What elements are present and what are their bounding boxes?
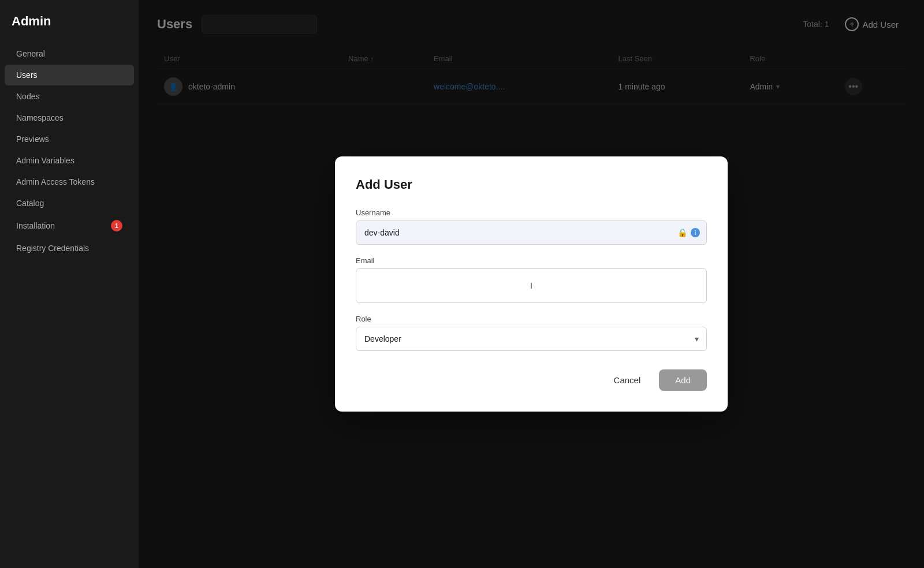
email-input[interactable] [356,268,707,303]
username-group: Username 🔒 i [356,208,707,245]
sidebar-item-label: Installation [16,221,55,230]
info-icon: i [691,228,700,237]
sidebar-item-users[interactable]: Users [5,65,134,85]
notification-badge: 1 [111,220,122,231]
cancel-button[interactable]: Cancel [605,369,650,391]
sidebar-item-general[interactable]: General [5,43,134,64]
sidebar-item-label: Registry Credentials [16,244,89,253]
sidebar-title: Admin [0,14,139,43]
username-input[interactable] [356,221,707,245]
lock-icon: 🔒 [677,228,687,237]
sidebar-item-nodes[interactable]: Nodes [5,86,134,107]
sidebar-item-registry-credentials[interactable]: Registry Credentials [5,238,134,259]
input-icons: 🔒 i [677,228,700,237]
modal-title: Add User [356,177,707,192]
username-label: Username [356,208,707,217]
email-group: Email I [356,256,707,303]
sidebar-item-label: Nodes [16,92,39,101]
role-select[interactable]: Developer Admin [356,327,707,351]
add-user-modal: Add User Username 🔒 i Email I [335,156,728,412]
sidebar-item-label: Admin Access Tokens [16,177,95,186]
sidebar-item-namespaces[interactable]: Namespaces [5,107,134,128]
sidebar-item-label: Namespaces [16,113,64,122]
email-input-wrapper: I [356,268,707,303]
modal-overlay: Add User Username 🔒 i Email I [139,0,924,568]
sidebar-item-admin-access-tokens[interactable]: Admin Access Tokens [5,171,134,192]
sidebar: Admin GeneralUsersNodesNamespacesPreview… [0,0,139,568]
main-content: Users 🔍 Total: 1 + Add User User Name↑ E… [139,0,924,568]
add-button[interactable]: Add [659,369,707,391]
sidebar-item-label: General [16,49,45,58]
sidebar-item-catalog[interactable]: Catalog [5,193,134,214]
email-label: Email [356,256,707,265]
sidebar-item-previews[interactable]: Previews [5,129,134,150]
sidebar-item-installation[interactable]: Installation1 [5,214,134,237]
role-label: Role [356,315,707,323]
sidebar-item-label: Catalog [16,199,44,208]
username-input-wrapper: 🔒 i [356,221,707,245]
sidebar-item-label: Previews [16,134,49,144]
sidebar-item-label: Admin Variables [16,156,74,165]
modal-footer: Cancel Add [356,369,707,391]
role-group: Role Developer Admin ▾ [356,315,707,351]
sidebar-item-label: Users [16,70,38,80]
role-select-wrapper: Developer Admin ▾ [356,327,707,351]
sidebar-item-admin-variables[interactable]: Admin Variables [5,150,134,171]
